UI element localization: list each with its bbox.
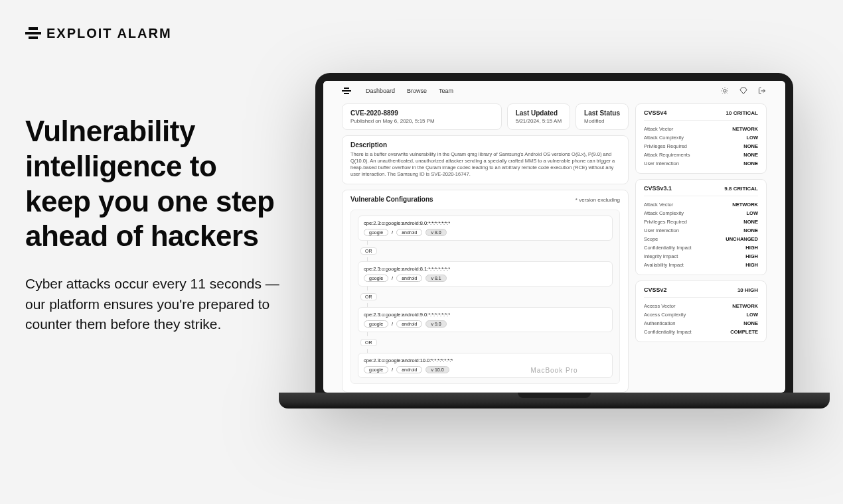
or-separator: OR: [360, 247, 377, 255]
last-status-label: Last Status: [584, 109, 620, 117]
cpe-version-pill[interactable]: v 10.0: [425, 366, 449, 373]
cvss-metric-row: User InteractionNONE: [644, 159, 758, 168]
cvss-card: CVSSv410 CRITICALAttack VectorNETWORKAtt…: [635, 103, 767, 174]
cvss-metric-value: NONE: [743, 143, 758, 149]
cvss-metric-value: NETWORK: [732, 202, 758, 208]
cvss-metric-key: Authentication: [644, 320, 676, 326]
cvss-metric-row: Confidentiality ImpactCOMPLETE: [644, 328, 758, 336]
cpe-version-pill[interactable]: v 8.1: [425, 275, 446, 282]
cpe-vendor-pill[interactable]: google: [364, 320, 388, 328]
cpe-version-pill[interactable]: v 8.0: [425, 229, 446, 236]
cvss-score: 10 HIGH: [737, 287, 758, 293]
cvss-metric-row: AuthenticationNONE: [644, 319, 758, 328]
cvss-metric-value: HIGH: [745, 253, 758, 259]
cvss-metric-row: Attack VectorNETWORK: [644, 125, 758, 133]
cvss-metric-key: Privileges Required: [644, 143, 687, 149]
cvss-metric-value: HIGH: [745, 262, 758, 268]
cvss-metric-value: UNCHANGED: [726, 236, 758, 242]
cvss-metric-row: Attack ComplexityLOW: [644, 209, 758, 218]
cvss-metric-row: Confidentiality ImpactHIGH: [644, 243, 758, 252]
cpe-version-pill[interactable]: v 9.0: [425, 320, 446, 328]
cve-published: Published on May 6, 2020, 5:15 PM: [350, 118, 493, 124]
cvss-metric-key: User Interaction: [644, 160, 679, 166]
or-separator: OR: [360, 339, 377, 346]
last-updated-label: Last Updated: [516, 109, 562, 117]
cvss-metric-value: LOW: [747, 135, 759, 141]
cvss-metric-row: Availability ImpactHIGH: [644, 261, 758, 269]
cpe-product-pill[interactable]: android: [396, 275, 422, 282]
cvss-metric-key: User Interaction: [644, 227, 679, 233]
app-topbar: Dashboard Browse Team: [323, 81, 785, 101]
logout-icon[interactable]: [757, 86, 767, 95]
cvss-metric-key: Access Complexity: [644, 312, 686, 318]
cvss-metric-key: Integrity Impact: [644, 253, 678, 259]
cpe-string: cpe:2.3:o:google:android:9.0:*:*:*:*:*:*…: [364, 312, 607, 318]
cvss-metric-value: NETWORK: [732, 303, 758, 309]
hero-title: Vulnerability intelligence to keep you o…: [25, 114, 284, 254]
last-status-value: Modified: [584, 118, 620, 124]
cvss-metric-key: Privileges Required: [644, 219, 687, 225]
app-logo-icon[interactable]: [342, 86, 351, 95]
cpe-product-pill[interactable]: android: [396, 229, 422, 236]
cpe-vendor-pill[interactable]: google: [364, 275, 388, 282]
cpe-string: cpe:2.3:o:google:android:8.1:*:*:*:*:*:*…: [364, 266, 607, 272]
cvss-metric-key: Attack Complexity: [644, 210, 684, 216]
cvss-metric-key: Attack Vector: [644, 202, 673, 208]
cvss-card: CVSSv3.19.8 CRITICALAttack VectorNETWORK…: [635, 179, 767, 275]
vulnerable-configs-card: Vulnerable Configurations * version excl…: [342, 190, 629, 393]
cvss-metric-value: NONE: [743, 320, 758, 326]
cvss-metric-key: Confidentiality Impact: [644, 329, 692, 335]
cvss-metric-row: Integrity ImpactHIGH: [644, 252, 758, 261]
hero-subtitle: Cyber attacks occur every 11 seconds — o…: [25, 274, 284, 334]
cvss-metric-key: Availability Impact: [644, 262, 684, 268]
cvss-metric-key: Attack Requirements: [644, 152, 690, 158]
cvss-metric-key: Confidentiality Impact: [644, 245, 692, 251]
vuln-title: Vulnerable Configurations: [350, 196, 433, 203]
cvss-metric-row: ScopeUNCHANGED: [644, 235, 758, 243]
cvss-metric-value: HIGH: [745, 245, 758, 251]
cvss-metric-value: NONE: [743, 219, 758, 225]
cvss-metric-value: NETWORK: [732, 126, 758, 132]
nav-browse[interactable]: Browse: [407, 88, 427, 94]
cpe-product-pill[interactable]: android: [396, 366, 422, 373]
cvss-metric-value: COMPLETE: [730, 329, 758, 335]
theme-icon[interactable]: [720, 86, 729, 95]
diamond-icon[interactable]: [739, 86, 748, 95]
last-updated-value: 5/21/2024, 5:15 AM: [516, 118, 562, 124]
cvss-score: 9.8 CRITICAL: [724, 186, 758, 192]
cpe-vendor-pill[interactable]: google: [364, 229, 388, 236]
cpe-item: cpe:2.3:o:google:android:9.0:*:*:*:*:*:*…: [358, 307, 613, 332]
cvss-metric-key: Scope: [644, 236, 658, 242]
cvss-metric-key: Attack Vector: [644, 126, 673, 132]
cpe-vendor-pill[interactable]: google: [364, 366, 388, 373]
cvss-metric-row: User InteractionNONE: [644, 226, 758, 235]
cpe-item: cpe:2.3:o:google:android:8.1:*:*:*:*:*:*…: [358, 261, 613, 286]
nav-dashboard[interactable]: Dashboard: [366, 88, 395, 94]
cvss-metric-row: Attack RequirementsNONE: [644, 151, 758, 159]
description-text: There is a buffer overwrite vulnerabilit…: [350, 151, 620, 178]
cve-id: CVE-2020-8899: [350, 109, 493, 117]
cvss-metric-row: Access ComplexityLOW: [644, 310, 758, 319]
cvss-metric-value: NONE: [743, 152, 758, 158]
cvss-title: CVSSv4: [644, 109, 667, 116]
cvss-score: 10 CRITICAL: [726, 110, 758, 116]
cpe-item: cpe:2.3:o:google:android:8.0:*:*:*:*:*:*…: [358, 216, 613, 241]
description-label: Description: [350, 141, 620, 149]
laptop-mockup: Dashboard Browse Team: [279, 73, 830, 409]
cvss-metric-row: Privileges RequiredNONE: [644, 218, 758, 226]
cvss-metric-value: LOW: [747, 210, 759, 216]
logo-icon: [25, 25, 41, 41]
cvss-metric-value: NONE: [743, 160, 758, 166]
cpe-product-pill[interactable]: android: [396, 320, 422, 328]
cvss-title: CVSSv3.1: [644, 185, 672, 192]
cve-card: CVE-2020-8899 Published on May 6, 2020, …: [342, 103, 502, 130]
cvss-metric-row: Access VectorNETWORK: [644, 302, 758, 310]
cpe-list: cpe:2.3:o:google:android:8.0:*:*:*:*:*:*…: [350, 210, 620, 384]
cvss-metric-value: NONE: [743, 227, 758, 233]
cvss-title: CVSSv2: [644, 286, 667, 293]
cvss-metric-row: Attack ComplexityLOW: [644, 133, 758, 142]
or-separator: OR: [360, 293, 377, 300]
cvss-metric-key: Attack Complexity: [644, 135, 684, 141]
nav-team[interactable]: Team: [439, 88, 453, 94]
last-updated-card: Last Updated 5/21/2024, 5:15 AM: [507, 103, 570, 130]
